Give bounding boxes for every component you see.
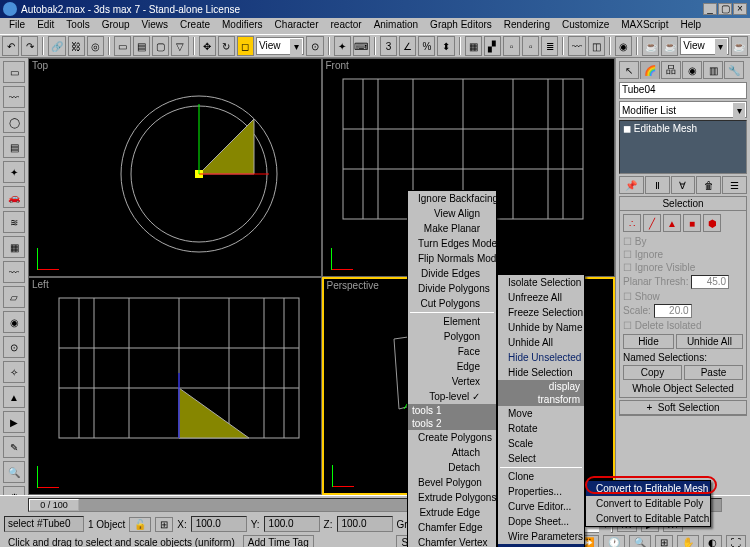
stack-item-editable-mesh[interactable]: ◼ Editable Mesh: [623, 123, 743, 134]
mi-divide-edges[interactable]: Divide Edges: [408, 266, 496, 281]
menu-reactor[interactable]: reactor: [326, 18, 367, 34]
mi-hide-selection[interactable]: Hide Selection: [498, 365, 584, 380]
percent-snap-button[interactable]: %: [418, 36, 435, 56]
mi-turn-edges[interactable]: Turn Edges Mode: [408, 236, 496, 251]
mi-dope-sheet[interactable]: Dope Sheet...: [498, 514, 584, 529]
reactor-box-icon[interactable]: ▭: [3, 61, 25, 83]
undo-button[interactable]: ↶: [2, 36, 19, 56]
hide-button[interactable]: Hide: [623, 334, 674, 349]
reactor-plane-icon[interactable]: ▱: [3, 286, 25, 308]
reactor-cloth-icon[interactable]: ▤: [3, 136, 25, 158]
menu-grapheditors[interactable]: Graph Editors: [425, 18, 497, 34]
mi-clone[interactable]: Clone: [498, 469, 584, 484]
tab-create-icon[interactable]: ↖: [619, 61, 639, 79]
mi-view-align[interactable]: View Align: [408, 206, 496, 221]
planar-thresh-field[interactable]: 45.0: [691, 275, 729, 289]
mi-move[interactable]: Move: [498, 406, 584, 421]
menu-tools[interactable]: Tools: [61, 18, 94, 34]
mi-chamfer-edge[interactable]: Chamfer Edge: [408, 520, 496, 535]
angle-snap-button[interactable]: ∠: [399, 36, 416, 56]
so-edge-icon[interactable]: ╱: [643, 214, 661, 232]
make-unique-button[interactable]: ∀: [671, 176, 696, 194]
reactor-preview-icon[interactable]: ▶: [3, 411, 25, 433]
reactor-create-icon[interactable]: ✎: [3, 436, 25, 458]
cb-show[interactable]: ☐ Show: [623, 291, 743, 302]
menu-file[interactable]: File: [4, 18, 30, 34]
mi-so-polygon[interactable]: Polygon: [408, 329, 496, 344]
mi-unhide-all[interactable]: Unhide All: [498, 335, 584, 350]
mirror-button[interactable]: ▞: [484, 36, 501, 56]
abs-rel-button[interactable]: ⊞: [155, 517, 173, 532]
mi-so-face[interactable]: Face: [408, 344, 496, 359]
menu-group[interactable]: Group: [97, 18, 135, 34]
mi-make-planar[interactable]: Make Planar: [408, 221, 496, 236]
menu-views[interactable]: Views: [137, 18, 174, 34]
y-field[interactable]: 100.0: [264, 516, 320, 532]
reactor-toy-icon[interactable]: ▲: [3, 386, 25, 408]
time-config-button[interactable]: 🕐: [603, 535, 625, 548]
mi-unfreeze-all[interactable]: Unfreeze All: [498, 290, 584, 305]
object-name-field[interactable]: Tube04: [619, 82, 747, 99]
bind-button[interactable]: ◎: [87, 36, 104, 56]
show-end-result-button[interactable]: Ⅱ: [645, 176, 670, 194]
mi-isolate[interactable]: Isolate Selection: [498, 275, 584, 290]
mi-divide-polygons[interactable]: Divide Polygons: [408, 281, 496, 296]
maximize-button[interactable]: ▢: [718, 3, 732, 15]
mi-convert-editable-poly[interactable]: Convert to Editable Poly: [586, 496, 710, 511]
curve-ed-button[interactable]: 〰: [568, 36, 585, 56]
link-button[interactable]: 🔗: [48, 36, 65, 56]
cb-by[interactable]: ☐ By: [623, 236, 743, 247]
tab-display-icon[interactable]: ▥: [703, 61, 723, 79]
reactor-motor-icon[interactable]: ◉: [3, 311, 25, 333]
refcoord-dropdown[interactable]: View: [256, 37, 304, 55]
select-button[interactable]: ▭: [114, 36, 131, 56]
mi-create-polygons[interactable]: Create Polygons: [408, 430, 496, 445]
redo-button[interactable]: ↷: [21, 36, 38, 56]
reactor-star-icon[interactable]: ✦: [3, 161, 25, 183]
modifier-list-dropdown[interactable]: Modifier List: [619, 101, 747, 118]
schematic-button[interactable]: ◫: [588, 36, 605, 56]
filter-button[interactable]: ▽: [171, 36, 188, 56]
time-slider-thumb[interactable]: 0 / 100: [29, 499, 79, 511]
reactor-rope-icon[interactable]: 〰: [3, 86, 25, 108]
mi-freeze-selection[interactable]: Freeze Selection: [498, 305, 584, 320]
reactor-wind-icon[interactable]: ≋: [3, 211, 25, 233]
spinner-snap-button[interactable]: ⬍: [437, 36, 454, 56]
mi-attach[interactable]: Attach: [408, 445, 496, 460]
cb-ignore[interactable]: ☐ Ignore: [623, 249, 743, 260]
paste-button[interactable]: Paste: [684, 365, 743, 380]
modifier-stack[interactable]: ◼ Editable Mesh: [619, 120, 747, 174]
cb-delete-isolated[interactable]: ☐ Delete Isolated: [623, 320, 743, 331]
reactor-water-icon[interactable]: ▦: [3, 236, 25, 258]
vp-arc-rotate-icon[interactable]: ◐: [703, 535, 722, 548]
scale-field[interactable]: 20.0: [654, 304, 692, 318]
mi-detach[interactable]: Detach: [408, 460, 496, 475]
reactor-fracture-icon[interactable]: ✧: [3, 361, 25, 383]
viewport-left[interactable]: Left: [28, 277, 322, 496]
mi-select[interactable]: Select: [498, 451, 584, 466]
vp-pan-icon[interactable]: ✋: [677, 535, 699, 548]
menu-create[interactable]: Create: [175, 18, 215, 34]
mi-flip-normals[interactable]: Flip Normals Mode: [408, 251, 496, 266]
mi-chamfer-vertex[interactable]: Chamfer Vertex: [408, 535, 496, 547]
render-scene-button[interactable]: ☕: [642, 36, 659, 56]
mi-convert-editable-mesh[interactable]: Convert to Editable Mesh: [586, 481, 710, 496]
mi-scale[interactable]: Scale: [498, 436, 584, 451]
reactor-car-icon[interactable]: 🚗: [3, 186, 25, 208]
mi-so-element[interactable]: Element: [408, 314, 496, 329]
reactor-spring-icon[interactable]: 〰: [3, 261, 25, 283]
select-region-button[interactable]: ▢: [152, 36, 169, 56]
center-button[interactable]: ⊙: [306, 36, 323, 56]
vp-zoom-all-icon[interactable]: ⊞: [655, 535, 673, 548]
manip-button[interactable]: ✦: [334, 36, 351, 56]
so-vertex-icon[interactable]: ∴: [623, 214, 641, 232]
menu-rendering[interactable]: Rendering: [499, 18, 555, 34]
mi-hide-unselected[interactable]: Hide Unselected: [498, 350, 584, 365]
scale-button[interactable]: ◻: [237, 36, 254, 56]
select-name-button[interactable]: ▤: [133, 36, 150, 56]
tab-hierarchy-icon[interactable]: 品: [661, 61, 681, 79]
menu-customize[interactable]: Customize: [557, 18, 614, 34]
so-face-icon[interactable]: ▲: [663, 214, 681, 232]
copy-button[interactable]: Copy: [623, 365, 682, 380]
tab-utilities-icon[interactable]: 🔧: [724, 61, 744, 79]
